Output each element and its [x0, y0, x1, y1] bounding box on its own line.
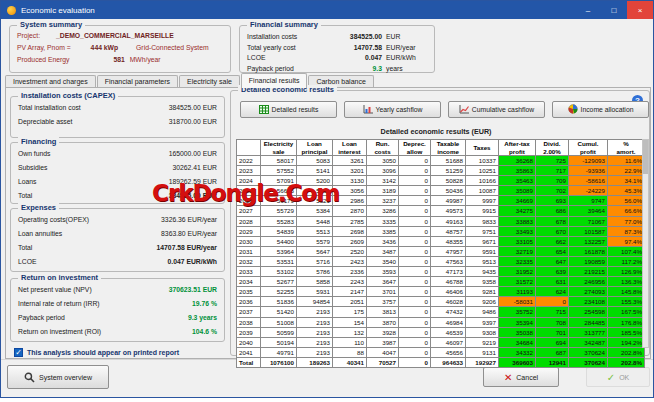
table-cell: 0 [399, 166, 431, 176]
table-cell: 370624 [569, 357, 608, 367]
table-cell: 0 [399, 297, 431, 307]
table-cell: 2520 [333, 246, 367, 256]
table-cell: 3987 [367, 337, 399, 347]
table-cell: 54400 [261, 236, 297, 246]
table-cell: 0 [536, 297, 569, 307]
table-cell: 0 [399, 277, 431, 287]
system-overview-button[interactable]: System overview [7, 365, 109, 389]
table-cell: 369603 [499, 357, 536, 367]
table-scrollbar[interactable] [642, 139, 649, 348]
financing-row: Subsidies30262.41 EUR [18, 164, 217, 171]
table-cell: 0 [399, 307, 431, 317]
table-cell: 53102 [261, 267, 297, 277]
table-cell: 2035 [237, 287, 261, 297]
table-row: 2032535315716242335400475639513323356471… [237, 256, 645, 266]
table-cell: 9358 [466, 277, 499, 287]
table-cell: 219215 [569, 267, 608, 277]
summary-label: Total yearly cost [247, 44, 324, 51]
table-cell: 0 [399, 156, 431, 166]
field-value: 384525.00 EUR [169, 104, 217, 111]
table-cell: 5083 [297, 156, 333, 166]
expenses-group: Expenses Operating costs(OPEX)3326.36 EU… [10, 208, 225, 272]
roi-row: Internal rate of return (IRR)19.76 % [18, 300, 217, 307]
cumulative-cashflow-button[interactable]: Cumulative cashflow [448, 101, 545, 118]
project-value: _DEMO_COMMERCIAL_MARSEILLE [56, 32, 174, 39]
table-cell: 34684 [499, 337, 536, 347]
print-report-checkbox[interactable]: ✓ [14, 348, 23, 357]
roi-row: Return on investment (ROI)104.6 % [18, 328, 217, 335]
tab-financial-results[interactable]: Financial results [241, 73, 308, 88]
table-cell: 87.3% [608, 226, 645, 236]
table-cell: 3701 [367, 287, 399, 297]
table-cell: 284485 [569, 317, 608, 327]
column-header: Deprec.allow [399, 140, 431, 156]
roi-group: Return on investment Net present value (… [10, 278, 225, 342]
summary-unit: EUR/kWh [382, 54, 430, 61]
financial-summary-row: Total yearly cost14707.58EUR/year [247, 44, 430, 51]
expenses-row: Operating costs(OPEX)3326.36 EUR/year [18, 216, 217, 223]
table-cell: 11.6% [608, 156, 645, 166]
window-title: Economic evaluation [21, 6, 575, 15]
system-overview-label: System overview [39, 374, 92, 381]
ok-button[interactable]: ✓ OK [586, 367, 650, 387]
summary-label: Installation costs [247, 33, 324, 40]
table-cell: 0 [399, 236, 431, 246]
table-cell: 31193 [499, 287, 536, 297]
table-cell: 39464 [569, 206, 608, 216]
maximize-button[interactable]: □ [601, 1, 627, 19]
table-icon [259, 105, 272, 115]
table-cell: 47957 [431, 246, 466, 256]
table-cell: 155.3% [608, 297, 645, 307]
table-cell: 51688 [431, 156, 466, 166]
table-cell: 45656 [431, 347, 466, 357]
table-cell: 2193 [297, 307, 333, 317]
table-row: 2041497912193884047045656913134332687370… [237, 347, 645, 357]
table-cell: 9751 [466, 226, 499, 236]
roi-row: Payback period9.3 years [18, 314, 217, 321]
table-cell: 185.5% [608, 327, 645, 337]
table-cell: 9997 [466, 196, 499, 206]
field-value: 30262.41 EUR [172, 164, 217, 171]
detailed-results-button[interactable]: Detailed results [240, 101, 337, 118]
app-icon [7, 6, 16, 15]
income-allocation-button[interactable]: Income allocation [552, 101, 649, 118]
financial-summary-row: Payback period9.3years [247, 65, 430, 72]
table-cell: 0 [399, 357, 431, 367]
table-cell: 70527 [367, 357, 399, 367]
roi-title: Return on investment [18, 273, 101, 282]
system-summary-group: System summary Project: _DEMO_COMMERCIAL… [9, 25, 231, 73]
column-header: Loaninterest [333, 140, 367, 156]
minimize-button[interactable]: – [575, 1, 601, 19]
table-cell: 701 [536, 327, 569, 337]
cancel-button[interactable]: ✕ Cancel [483, 367, 559, 387]
expenses-row: Loan annuities8363.80 EUR/year [18, 230, 217, 237]
table-cell: 3385 [367, 226, 399, 236]
table-cell: 3870 [367, 317, 399, 327]
table-cell: 0 [399, 216, 431, 226]
close-button[interactable]: × [627, 1, 653, 19]
ok-check-icon: ✓ [607, 372, 615, 383]
financial-summary-row: Installation costs384525.00EUR [247, 33, 430, 40]
table-cell: 10337 [466, 156, 499, 166]
table-cell: 55283 [261, 216, 297, 226]
table-cell: 3050 [367, 156, 399, 166]
table-row: 2027557295384287032860495739915342756863… [237, 206, 645, 216]
print-report-label: This analysis should appear on printed r… [27, 349, 179, 356]
table-cell: 0 [399, 287, 431, 297]
button-label: Income allocation [581, 106, 634, 113]
table-cell: 9671 [466, 236, 499, 246]
summary-value: 9.3 [324, 65, 382, 72]
financial-summary-title: Financial summary [247, 20, 321, 29]
table-cell: 50194 [261, 337, 297, 347]
table-cell: 57552 [261, 166, 297, 176]
yearly-cashflow-button[interactable]: Yearly cashflow [344, 101, 441, 118]
table-cell: 66.6% [608, 206, 645, 216]
produced-energy-unit: MWh/year [130, 56, 161, 63]
scrollbar-thumb[interactable] [643, 140, 648, 174]
column-header: Run.costs [367, 140, 399, 156]
table-cell: 693 [536, 196, 569, 206]
ok-label: OK [619, 374, 629, 381]
pie-chart-icon [568, 104, 581, 115]
table-cell: 192927 [466, 357, 499, 367]
financing-row: Own funds165000.00 EUR [18, 150, 217, 157]
